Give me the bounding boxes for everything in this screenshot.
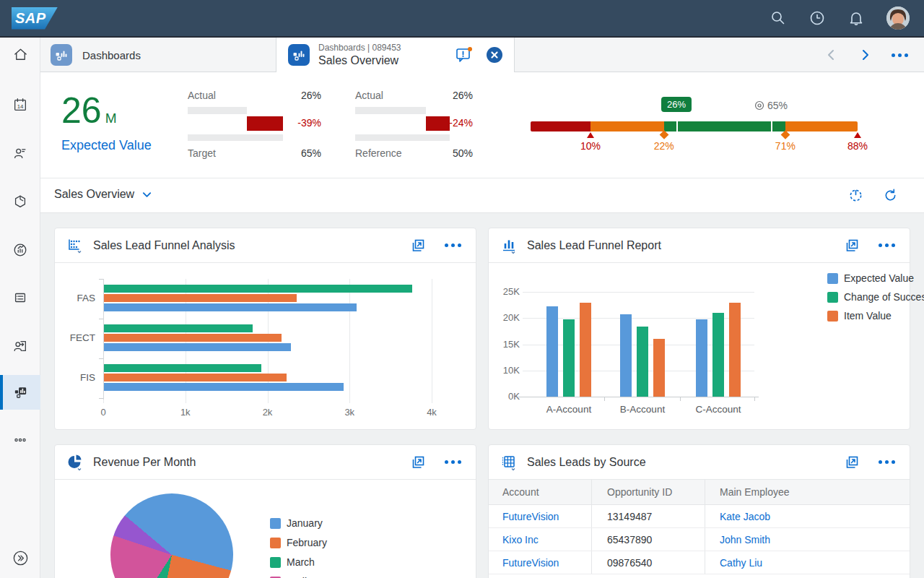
legend-item-March[interactable]: March	[270, 556, 315, 568]
dotted-bar-chart-icon[interactable]	[66, 237, 84, 254]
tab-overflow-icon[interactable]	[892, 53, 908, 57]
cell-link[interactable]: Kixo Inc	[502, 534, 539, 545]
bar-FECT-blue-series[interactable]	[104, 343, 291, 351]
legend-item-January[interactable]: January	[270, 517, 323, 529]
card-revenue-per-month: Revenue Per Month JanuaryFebruaryMarchAp…	[54, 444, 476, 578]
sidebar-item-notes[interactable]	[0, 280, 40, 315]
table-cell: 65437890	[592, 528, 705, 551]
bar-B-Account-Expected Value[interactable]	[620, 314, 632, 397]
target-tick	[771, 121, 772, 131]
legend-item-Change of Success[interactable]: Change of Success	[827, 291, 924, 303]
table-grid-icon[interactable]	[500, 454, 518, 471]
bar-C-Account-Change of Success[interactable]	[712, 313, 724, 397]
card-more-icon[interactable]	[876, 457, 898, 467]
bar-FAS-orange-series[interactable]	[104, 294, 297, 302]
column-chart-icon[interactable]	[500, 237, 518, 254]
tab-sales-overview-active[interactable]: Dashboards | 089453 Sales Overview	[276, 38, 515, 72]
bar-FAS-blue-series[interactable]	[104, 303, 357, 311]
refresh-icon[interactable]	[883, 188, 898, 203]
sidebar-expand-icon[interactable]	[0, 540, 40, 575]
bar-B-Account-Change of Success[interactable]	[637, 327, 648, 397]
search-icon[interactable]	[770, 9, 787, 27]
user-avatar[interactable]	[886, 7, 910, 30]
previous-tab-icon[interactable]	[825, 48, 838, 61]
bar-C-Account-Item Value[interactable]	[729, 303, 741, 397]
cell-link[interactable]: FutureVision	[502, 511, 559, 522]
range-bullet-meter[interactable]: 26% 65% 10%22%71%88%	[531, 72, 858, 178]
bullet-base-bar	[355, 134, 450, 141]
x-axis-tick-label: 0	[100, 407, 105, 418]
legend-item-Expected Value[interactable]: Expected Value	[827, 272, 914, 284]
sidebar-item-lead-entry[interactable]	[0, 329, 40, 363]
legend-item-Item Value[interactable]: Item Value	[827, 310, 892, 322]
notifications-bell-icon[interactable]	[847, 9, 865, 27]
legend-item-February[interactable]: February	[270, 537, 327, 548]
table-row: FutureVision13149487Kate Jacob	[489, 505, 910, 528]
bar-A-Account-Change of Success[interactable]	[563, 319, 575, 397]
cell-link[interactable]: Cathy Liu	[720, 557, 762, 569]
bar-FECT-orange-series[interactable]	[104, 334, 282, 342]
tab-alert-message-icon[interactable]	[455, 46, 474, 64]
tab-dashboards[interactable]: Dashboards	[40, 38, 276, 72]
card-more-icon[interactable]	[442, 457, 464, 467]
sidebar-item-products[interactable]	[0, 184, 40, 219]
bar-FIS-green-series[interactable]	[104, 364, 261, 372]
cell-value: 13149487	[607, 511, 652, 522]
tab-close-icon[interactable]	[485, 46, 504, 64]
sidebar-item-calendar[interactable]: 14	[0, 87, 40, 122]
sidebar-item-dashboards[interactable]	[0, 375, 40, 410]
legend-label: February	[287, 537, 327, 548]
sidebar-item-more-icon[interactable]	[0, 423, 40, 457]
bar-B-Account-Item Value[interactable]	[653, 339, 665, 397]
table-cell: 09876540	[592, 551, 705, 574]
bar-FIS-blue-series[interactable]	[104, 383, 344, 391]
y-axis-tick-label: 0K	[489, 391, 520, 402]
page-section-selector[interactable]: Sales Overview	[54, 188, 152, 201]
bullet-chart-actual-vs-reference[interactable]: Actual 26% -24% Reference 50%	[355, 72, 473, 178]
bullet-chart-actual-vs-target[interactable]: Actual 26% -39% Target 65%	[188, 72, 321, 178]
sidebar-item-home[interactable]	[0, 37, 40, 72]
auto-refresh-icon[interactable]	[848, 188, 863, 203]
open-in-new-window-icon[interactable]	[410, 454, 426, 470]
bullet1-bottom-value: 65%	[301, 147, 321, 159]
bar-C-Account-Expected Value[interactable]	[696, 319, 707, 397]
cell-link[interactable]: John Smith	[720, 534, 770, 545]
legend-label: Change of Success	[844, 291, 924, 303]
y-axis-tick-label: 25K	[489, 286, 520, 297]
section-row: Sales Overview	[40, 178, 924, 213]
bullet1-top-label: Actual	[188, 90, 216, 101]
kpi-expected-value[interactable]: 26 M Expected Value	[61, 92, 152, 153]
card-more-icon[interactable]	[442, 241, 464, 250]
table-row: Kixo Inc65437890John Smith	[489, 528, 910, 551]
range-segment	[531, 121, 590, 131]
pie-chart-icon[interactable]	[66, 454, 84, 471]
open-in-new-window-icon[interactable]	[844, 238, 860, 254]
revenue-pie-chart[interactable]	[110, 493, 233, 578]
time-icon[interactable]	[808, 9, 826, 27]
range-segment	[590, 121, 664, 131]
bar-A-Account-Expected Value[interactable]	[546, 306, 558, 397]
open-in-new-window-icon[interactable]	[844, 454, 860, 470]
x-axis-tick-label: 1k	[180, 407, 191, 418]
dashboards-tile-icon	[51, 44, 72, 66]
sidebar-item-contacts[interactable]	[0, 136, 40, 171]
cell-link[interactable]: FutureVision	[502, 557, 559, 569]
bar-FIS-orange-series[interactable]	[104, 374, 287, 381]
table-cell: Cathy Liu	[705, 556, 910, 569]
table-cell: FutureVision	[489, 551, 592, 574]
card-more-icon[interactable]	[876, 241, 898, 250]
bar-FECT-green-series[interactable]	[104, 324, 253, 332]
bullet-reference-bar	[188, 107, 247, 114]
cell-link[interactable]: Kate Jacob	[720, 511, 770, 522]
shell-actions	[770, 7, 910, 30]
threshold-label: 88%	[847, 140, 868, 152]
range-segment	[785, 121, 858, 131]
tab-dashboards-label: Dashboards	[82, 49, 141, 61]
open-in-new-window-icon[interactable]	[410, 238, 426, 254]
sap-logo[interactable]: SAP	[12, 7, 58, 30]
bar-A-Account-Item Value[interactable]	[580, 303, 591, 397]
next-tab-icon[interactable]	[858, 48, 871, 61]
sidebar-item-performance[interactable]	[0, 233, 40, 267]
bullet-reference-bar	[355, 107, 426, 114]
bar-FAS-green-series[interactable]	[104, 285, 412, 293]
